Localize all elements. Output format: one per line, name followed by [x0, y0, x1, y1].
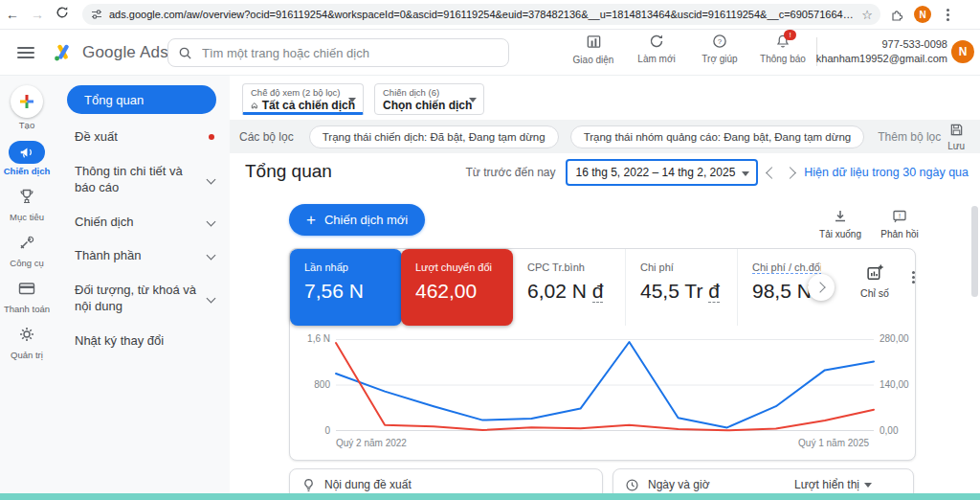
browser-toolbar: ← → ads.google.com/aw/overview?ocid=9161…	[0, 0, 980, 30]
x-axis-label-end: Quý 1 năm 2025	[798, 438, 869, 448]
sidebar-item-insights-reports[interactable]: Thông tin chi tiết và báo cáo	[54, 154, 230, 205]
scrollbar[interactable]	[971, 206, 978, 297]
add-filter-button[interactable]: Thêm bộ lọc	[878, 130, 941, 144]
metric-chip-conversions[interactable]: Lượt chuyển đổi 462,00	[401, 249, 513, 326]
card-menu-icon[interactable]	[890, 476, 902, 493]
google-ads-logo: Google Ads	[52, 42, 168, 63]
metric-chip-clicks[interactable]: Lần nhấp 7,56 N	[290, 249, 402, 326]
sidebar-item-campaigns[interactable]: Chiến dịch	[54, 205, 230, 239]
rail-item-campaigns[interactable]: Chiến dịch	[0, 141, 54, 176]
browser-actions: N	[890, 6, 955, 23]
filter-chip-adgroup-status[interactable]: Trạng thái nhóm quảng cáo: Đang bật, Đan…	[570, 125, 865, 148]
svg-text:?: ?	[718, 37, 723, 46]
sidebar-item-change-history[interactable]: Nhật ký thay đổi	[54, 324, 230, 358]
search-icon	[178, 46, 192, 60]
address-bar[interactable]: ads.google.com/aw/overview?ocid=91611925…	[82, 4, 880, 25]
refresh-data-icon	[649, 34, 664, 49]
header-actions: Giao diện Làm mới ? Trợ giúp ! Thông báo	[568, 34, 808, 65]
rail-item-billing[interactable]: Thanh toán	[0, 279, 54, 314]
card-menu-icon[interactable]	[906, 276, 921, 279]
chevron-down-icon	[207, 174, 216, 184]
card-menu-icon[interactable]	[579, 476, 590, 493]
left-axis-tick: 0	[294, 425, 330, 436]
impressions-metric-selector[interactable]: Lượt hiển thị	[794, 478, 872, 491]
chevron-right-icon	[814, 282, 825, 292]
account-avatar[interactable]: N	[951, 40, 974, 63]
main-menu-icon[interactable]	[17, 44, 34, 61]
sidebar-item-assets[interactable]: Thành phần	[54, 239, 230, 273]
next-period-button[interactable]	[784, 167, 796, 179]
gear-icon	[17, 325, 36, 344]
recommendations-alert-dot	[209, 134, 214, 140]
rail-item-admin[interactable]: Quản trị	[0, 325, 54, 360]
search-input[interactable]	[200, 45, 499, 61]
bookmark-star-icon[interactable]: ☆	[861, 8, 873, 22]
help-button[interactable]: ? Trợ giúp	[695, 34, 745, 65]
currency-dong: đ	[708, 280, 720, 303]
save-button[interactable]: Lưu	[947, 123, 965, 151]
browser-menu-icon[interactable]	[947, 13, 949, 16]
metric-chip-avg-cpc[interactable]: CPC Tr.bình 6,02 N đ	[513, 249, 625, 326]
performance-chart[interactable]	[336, 339, 874, 431]
chevron-down-icon	[207, 216, 216, 226]
download-button[interactable]: Tải xuống	[817, 209, 863, 239]
page-title: Tổng quan	[245, 161, 332, 182]
trophy-icon	[17, 187, 36, 206]
feedback-icon: !	[892, 209, 907, 224]
show-last-30-days-link[interactable]: Hiện dữ liệu trong 30 ngày qua	[804, 166, 969, 179]
rail-item-tools[interactable]: Công cụ	[0, 233, 54, 268]
sidebar-item-recommendations[interactable]: Đề xuất	[54, 120, 230, 154]
dropdown-caret-icon	[864, 483, 872, 488]
previous-period-button[interactable]	[766, 167, 778, 179]
dropdown-caret-icon	[469, 98, 477, 102]
x-axis-label-start: Quý 2 năm 2022	[336, 438, 407, 448]
global-search[interactable]	[167, 38, 509, 67]
browser-back-button[interactable]: ←	[0, 7, 25, 22]
right-axis-tick: 140,00	[880, 379, 920, 390]
refresh-icon	[56, 6, 69, 19]
create-plus-icon	[17, 92, 36, 111]
date-range-picker[interactable]: 16 thg 5, 2022 – 14 thg 2, 2025	[566, 159, 759, 186]
ads-logo-icon	[52, 42, 75, 63]
filter-chip-campaign-status[interactable]: Trạng thái chiến dịch: Đã bật, Đang tạm …	[309, 125, 559, 148]
account-info[interactable]: 977-533-0098 khanham19952@gmail.com	[816, 37, 947, 66]
campaign-selector[interactable]: Chiến dịch (6) Chọn chiến dịch	[374, 83, 484, 115]
overview-chart-card: Lần nhấp 7,56 N Lượt chuyển đổi 462,00 C…	[289, 248, 916, 461]
plus-icon: +	[306, 211, 316, 230]
page-url[interactable]: ads.google.com/aw/overview?ocid=91611925…	[109, 9, 856, 20]
rail-item-create[interactable]: Tạo	[0, 85, 54, 130]
metric-chip-cost[interactable]: Chi phí 45,5 Tr đ	[625, 249, 737, 326]
site-settings-icon[interactable]	[90, 8, 103, 21]
left-axis-tick: 800	[294, 379, 330, 390]
browser-profile-avatar[interactable]: N	[914, 6, 931, 23]
save-icon	[949, 123, 964, 137]
filters-label: Các bộ lọc	[239, 130, 294, 144]
right-axis-tick: 280,00	[880, 333, 920, 344]
dropdown-caret-icon	[348, 98, 356, 102]
chevron-down-icon	[207, 293, 216, 303]
currency-dong: đ	[592, 280, 604, 303]
sidebar: Tổng quan Đề xuất Thông tin chi tiết và …	[54, 76, 230, 495]
chevron-down-icon	[207, 251, 216, 261]
feedback-button[interactable]: ! Phản hồi	[877, 209, 923, 239]
browser-refresh-button[interactable]	[50, 6, 75, 23]
lightbulb-icon	[301, 478, 316, 492]
download-icon	[833, 209, 848, 224]
metric-carousel-next-button[interactable]	[808, 274, 835, 301]
account-email: khanham19952@gmail.com	[816, 52, 947, 66]
view-mode-selector[interactable]: Chế độ xem (2 bộ lọc) Tất cả chiến dịch	[242, 83, 364, 115]
browser-forward-button[interactable]: →	[25, 7, 50, 22]
rail-item-goals[interactable]: Mục tiêu	[0, 187, 54, 222]
notifications-button[interactable]: ! Thông báo	[758, 34, 808, 65]
nav-rail: Tạo Chiến dịch Mục tiêu Công cụ Thanh to…	[0, 76, 54, 495]
overview-header: Tổng quan Từ trước đến nay 16 thg 5, 202…	[230, 153, 980, 193]
megaphone-icon	[18, 144, 35, 161]
extensions-icon[interactable]	[890, 8, 904, 22]
new-campaign-button[interactable]: + Chiến dịch mới	[289, 204, 425, 236]
appearance-button[interactable]: Giao diện	[568, 34, 618, 65]
sidebar-item-audiences-keywords[interactable]: Đối tượng, từ khoá và nội dung	[54, 273, 230, 324]
adjust-metrics-button[interactable]: Chỉ số	[849, 263, 901, 299]
sidebar-item-overview[interactable]: Tổng quan	[67, 85, 216, 114]
card-title: Nội dung đề xuất	[324, 478, 570, 491]
refresh-button[interactable]: Làm mới	[632, 34, 681, 65]
